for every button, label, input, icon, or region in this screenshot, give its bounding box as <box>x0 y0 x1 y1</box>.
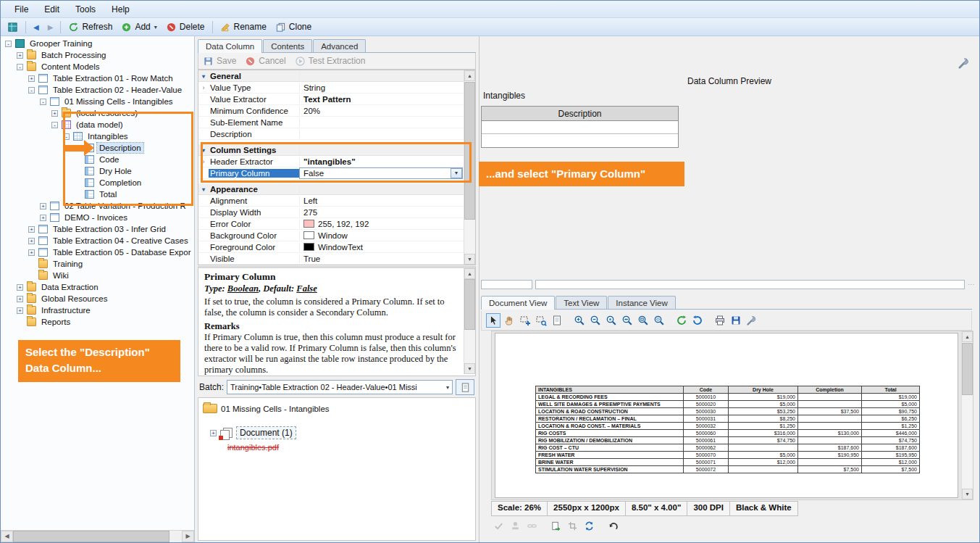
row-expander-icon[interactable]: › <box>203 84 205 91</box>
zoom-actual-icon[interactable] <box>604 313 619 328</box>
property-row[interactable]: ▾ Appearance <box>198 183 475 195</box>
row-expander-icon[interactable]: › <box>203 158 205 165</box>
tree-item[interactable]: - (data model) <box>1 119 194 130</box>
scroll-down-icon[interactable]: ▼ <box>464 363 475 374</box>
scroll-down-icon[interactable]: ▼ <box>962 489 973 500</box>
splitter-grip-icon[interactable]: ∙∙∙ <box>968 280 978 289</box>
batch-selector[interactable]: Training•Table Extraction 02 - Header-Va… <box>227 380 453 394</box>
tree-item[interactable]: + Global Resources <box>1 293 194 304</box>
tree-item[interactable]: + Table Extraction 01 - Row Match <box>1 72 194 84</box>
tree-item[interactable]: Completion <box>1 177 194 188</box>
property-value[interactable]: Window <box>318 231 348 240</box>
preview-filter-box[interactable] <box>481 280 532 289</box>
property-row[interactable]: Description <box>198 128 475 140</box>
menu-tools[interactable]: Tools <box>67 1 104 18</box>
tree-expander[interactable]: - <box>5 41 12 47</box>
section-chevron-icon[interactable]: ▾ <box>202 73 205 80</box>
property-value[interactable]: "intangibles" <box>303 157 356 166</box>
property-row[interactable]: Sub-Element Name <box>198 117 475 128</box>
scroll-down-icon[interactable]: ▼ <box>464 254 475 265</box>
scroll-left-icon[interactable]: ◀ <box>1 531 13 542</box>
preview-row[interactable] <box>482 134 678 147</box>
attachment-icon[interactable] <box>524 518 539 533</box>
back-button[interactable]: ◀ <box>30 22 43 33</box>
tree-expander[interactable]: + <box>17 52 23 59</box>
property-row[interactable]: Background Color Window <box>198 230 475 241</box>
tree-expander[interactable]: + <box>17 307 23 314</box>
preview-column-header[interactable]: Description <box>482 107 678 121</box>
tree-expander[interactable]: - <box>40 99 46 105</box>
crop-icon[interactable] <box>565 518 579 533</box>
property-value[interactable]: 20% <box>303 107 320 115</box>
tree-expander[interactable]: - <box>28 87 35 94</box>
viewer-settings-icon[interactable] <box>745 313 759 328</box>
tree-item[interactable]: + Infrastructure <box>1 304 194 316</box>
tree-item[interactable]: + Table Extraction 03 - Infer Grid <box>1 223 194 235</box>
tree-expander[interactable]: + <box>28 75 35 82</box>
property-grid-scrollbar[interactable]: ▲ ▼ <box>464 70 475 265</box>
scrollbar-thumb[interactable] <box>962 343 973 395</box>
property-row[interactable]: › Value Type String <box>198 82 475 94</box>
tab-document-view[interactable]: Document View <box>481 296 555 310</box>
property-row[interactable]: Foreground Color WindowText <box>198 241 475 253</box>
scrollbar-thumb[interactable] <box>464 279 475 330</box>
tree-expander[interactable]: - <box>63 133 70 140</box>
tree-item[interactable]: + Table Extraction 05 - Database Expor <box>1 246 194 258</box>
tree-item[interactable]: - Grooper Training <box>1 38 194 49</box>
select-region-icon[interactable] <box>518 313 532 328</box>
document-viewer[interactable]: INTANGIBLESCodeDry HoleCompletionTotal L… <box>491 331 973 500</box>
menu-help[interactable]: Help <box>104 1 138 18</box>
tree-item[interactable]: Total <box>1 188 194 200</box>
zoom-fit-width-icon[interactable] <box>620 313 635 328</box>
property-value[interactable]: 275 <box>303 208 317 217</box>
property-value[interactable]: String <box>303 83 325 92</box>
scroll-up-icon[interactable]: ▲ <box>464 70 475 81</box>
tree-item[interactable]: Reports <box>1 316 194 328</box>
batch-document-button[interactable] <box>456 379 474 395</box>
scroll-right-icon[interactable]: ▶ <box>182 531 194 542</box>
scroll-up-icon[interactable]: ▲ <box>962 331 973 342</box>
scroll-up-icon[interactable]: ▲ <box>464 268 475 279</box>
tree-item[interactable]: + 02 Table Variation - Production R <box>1 200 194 212</box>
tree-expander[interactable]: + <box>210 430 217 436</box>
tree-expander[interactable]: - <box>51 122 58 128</box>
zoom-out-icon[interactable] <box>588 313 603 328</box>
rename-button[interactable]: Rename <box>217 20 270 34</box>
add-button[interactable]: Add▾ <box>117 20 160 34</box>
property-value[interactable]: WindowText <box>318 243 363 252</box>
property-value[interactable]: 255, 192, 192 <box>318 220 369 228</box>
tree-expander[interactable]: + <box>40 215 46 221</box>
property-value[interactable]: True <box>303 254 320 263</box>
tree-horizontal-scrollbar[interactable]: ◀ ▶ <box>1 530 194 542</box>
refresh-view-icon[interactable] <box>674 313 689 328</box>
tree-item[interactable]: - Table Extraction 02 - Header-Value <box>1 84 194 96</box>
tree-item[interactable]: Dry Hole <box>1 165 194 177</box>
undo-icon[interactable] <box>606 518 620 533</box>
property-row[interactable]: Visible True <box>198 253 475 265</box>
tab-advanced[interactable]: Advanced <box>313 39 366 52</box>
tree-expander[interactable]: + <box>40 203 46 210</box>
tree-item[interactable]: Wiki <box>1 270 194 281</box>
tree-item[interactable]: + Batch Processing <box>1 49 194 61</box>
rotate-icon[interactable] <box>690 313 705 328</box>
pan-tool-icon[interactable] <box>502 313 516 328</box>
preview-row[interactable] <box>482 121 678 134</box>
tab-text-view[interactable]: Text View <box>556 296 607 309</box>
tree-item[interactable]: - Intangibles <box>1 130 194 142</box>
batch-folder-item[interactable]: 01 Missing Cells - Intangibles <box>203 404 471 413</box>
tree-item[interactable]: - 01 Missing Cells - Intangibles <box>1 96 194 107</box>
property-row[interactable]: › Header Extractor "intangibles" <box>198 156 475 167</box>
delete-button[interactable]: Delete <box>162 20 209 34</box>
property-row[interactable]: Value Extractor Text Pattern <box>198 94 475 105</box>
print-icon[interactable] <box>713 313 727 328</box>
tree-item[interactable]: + (local resources) <box>1 107 194 119</box>
property-row[interactable]: Alignment Left <box>198 195 475 207</box>
property-row[interactable]: ▾ General <box>198 70 475 82</box>
tree-expander[interactable]: + <box>51 110 58 117</box>
zoom-selection-icon[interactable] <box>652 313 666 328</box>
tree-item[interactable]: - Content Models <box>1 61 194 72</box>
menu-edit[interactable]: Edit <box>36 1 67 18</box>
tab-instance-view[interactable]: Instance View <box>608 296 675 309</box>
sync-icon[interactable] <box>582 518 596 533</box>
add-dropdown-icon[interactable]: ▾ <box>154 24 157 30</box>
